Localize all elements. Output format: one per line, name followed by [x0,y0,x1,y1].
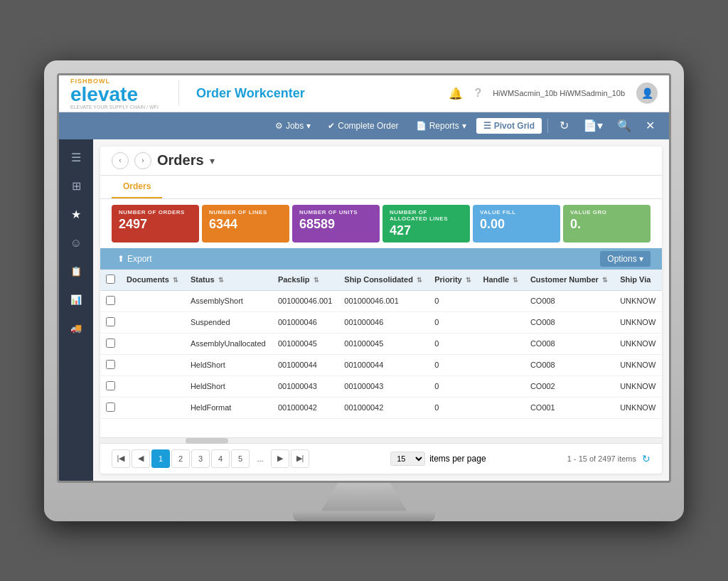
scroll-thumb[interactable] [186,438,228,444]
select-all-checkbox[interactable] [106,274,115,284]
cell-checkbox[interactable] [100,354,121,375]
row-checkbox[interactable] [106,339,115,348]
cell-customer-number[interactable]: CO008 [525,354,614,375]
top-header: FISHBOWL elevate ELEVATE YOUR SUPPLY CHA… [59,75,669,112]
cell-customer-number[interactable]: CO002 [525,375,614,397]
cell-status: Suspended [185,311,272,333]
nav-forward-button[interactable]: › [134,152,151,169]
cell-packslip: 001000042 [272,397,338,418]
notification-icon[interactable]: 🔔 [449,87,463,100]
clipboard-icon: 📋 [70,266,82,277]
cell-checkbox[interactable] [100,311,121,333]
complete-order-icon: ✔ [328,121,335,131]
cell-packslip: 001000043 [272,375,338,397]
col-ship-consolidated-label: Ship Consolidated [344,275,413,284]
page-last-button[interactable]: ▶| [291,449,309,468]
table-row[interactable]: HeldShort 001000043 001000043 0 CO002 UN… [100,375,662,397]
row-checkbox[interactable] [106,360,115,369]
col-checkbox[interactable] [100,270,121,291]
table-refresh-icon[interactable]: ↻ [642,453,651,464]
cell-customer-number[interactable]: CO001 [525,397,614,418]
stat-num-units-label: NUMBER OF UNITS [299,209,373,215]
page-prev-button[interactable]: ◀ [132,449,150,468]
col-ship-via[interactable]: Ship Via [614,270,662,291]
table-row[interactable]: AssemblyUnallocated 001000045 001000045 … [100,333,662,354]
search-button[interactable]: 🔍 [611,116,637,135]
document-button[interactable]: 📄▾ [577,116,609,135]
cell-documents [121,397,185,418]
page-title-dropdown[interactable]: ▾ [210,155,215,166]
cell-customer-number[interactable]: CO008 [525,311,614,333]
jobs-button[interactable]: ⚙ Jobs ▾ [268,118,318,134]
cell-checkbox[interactable] [100,333,121,354]
pivot-grid-button[interactable]: ☰ Pivot Grid [476,118,542,134]
table-row[interactable]: AssemblyShort 001000046.001 001000046.00… [100,290,662,311]
per-page-select[interactable]: 15 25 50 100 [390,452,425,466]
page-3-button[interactable]: 3 [191,449,210,468]
table-row[interactable]: HeldShort 001000044 001000044 0 CO008 UN… [100,354,662,375]
sidebar-item-clipboard[interactable]: 📋 [62,259,90,284]
sidebar-item-chart[interactable]: 📊 [62,287,90,313]
help-icon[interactable]: ? [474,87,481,100]
table-row[interactable]: HeldFormat 001000042 001000042 0 CO001 U… [100,397,662,418]
sidebar-item-star[interactable]: ★ [62,202,90,228]
stat-value-gro: VALUE GRO 0. [563,205,651,242]
refresh-button[interactable]: ↻ [554,116,574,135]
close-button[interactable]: ✕ [640,116,660,135]
sidebar-item-face[interactable]: ☺ [62,230,90,256]
scroll-indicator[interactable] [100,437,662,443]
row-checkbox[interactable] [106,381,115,390]
stat-value-fill-label: VALUE FILL [480,209,553,215]
cell-handle [477,333,524,354]
sidebar-item-grid[interactable]: ⊞ [62,174,90,199]
nav-back-button[interactable]: ‹ [112,152,129,169]
col-customer-number[interactable]: Customer Number ⇅ [525,270,614,291]
complete-order-label: Complete Order [338,121,398,131]
cell-customer-number[interactable]: CO008 [525,290,614,311]
table-wrapper[interactable]: Documents ⇅ Status ⇅ Packsli [100,270,662,437]
options-button[interactable]: Options ▾ [600,251,651,267]
cell-packslip: 001000046 [272,311,338,333]
face-icon: ☺ [70,237,82,250]
cell-customer-number[interactable]: CO008 [525,333,614,354]
page-2-button[interactable]: 2 [171,449,190,468]
page-next-button[interactable]: ▶ [271,449,289,468]
reports-button[interactable]: 📄 Reports ▾ [409,118,473,134]
tab-orders[interactable]: Orders [112,176,162,198]
col-packslip[interactable]: Packslip ⇅ [272,270,338,291]
col-priority[interactable]: Priority ⇅ [429,270,477,291]
row-checkbox[interactable] [106,317,115,326]
cell-ship-via: UNKNOW [614,290,662,311]
col-status[interactable]: Status ⇅ [185,270,272,291]
cell-checkbox[interactable] [100,290,121,311]
cell-checkbox[interactable] [100,397,121,418]
row-checkbox[interactable] [106,296,115,305]
table-row[interactable]: Suspended 001000046 001000046 0 CO008 UN… [100,311,662,333]
page-1-button[interactable]: 1 [151,449,170,468]
cell-checkbox[interactable] [100,375,121,397]
complete-order-button[interactable]: ✔ Complete Order [321,118,405,134]
main-layout: ☰ ⊞ ★ ☺ 📋 📊 🚚 ‹ › Orders [59,139,669,481]
col-handle[interactable]: Handle ⇅ [477,270,524,291]
cell-documents [121,311,185,333]
page-5-button[interactable]: 5 [231,449,250,468]
col-ship-consolidated[interactable]: Ship Consolidated ⇅ [338,270,429,291]
row-checkbox[interactable] [106,403,115,412]
orders-header: ‹ › Orders ▾ [100,146,662,176]
page-4-button[interactable]: 4 [211,449,230,468]
col-packslip-sort: ⇅ [314,277,319,284]
export-button[interactable]: ⬆ Export [112,251,158,267]
col-status-label: Status [191,275,215,284]
sidebar-item-truck[interactable]: 🚚 [62,316,90,341]
cell-priority: 0 [429,333,477,354]
cell-priority: 0 [429,290,477,311]
cell-ship-consolidated: 001000046.001 [338,290,429,311]
page-first-button[interactable]: |◀ [112,449,130,468]
avatar[interactable]: 👤 [636,82,658,104]
cell-ship-consolidated: 001000044 [338,354,429,375]
stat-num-lines-value: 6344 [209,217,282,232]
page-dots: ... [251,449,269,468]
sidebar-item-menu[interactable]: ☰ [62,145,90,171]
col-documents[interactable]: Documents ⇅ [121,270,185,291]
cell-status: HeldShort [185,354,272,375]
